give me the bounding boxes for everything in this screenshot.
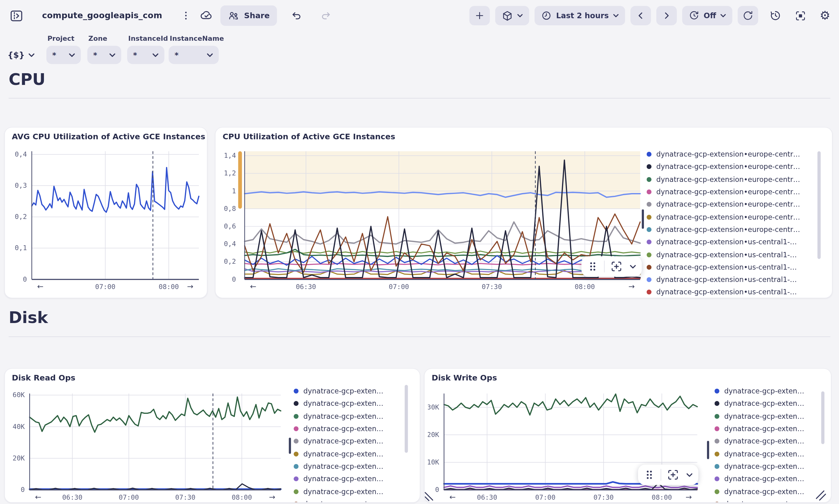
legend-item[interactable]: dynatrace-gcp-extension•europe-centr… <box>647 161 808 173</box>
legend-item[interactable]: dynatrace-gcp-extension•europe-centr… <box>647 173 808 186</box>
legend-item[interactable]: dynatrace-gcp-exten… <box>294 397 401 410</box>
time-range-button[interactable]: Last 2 hours <box>534 6 625 25</box>
legend-item[interactable]: dynatrace-gcp-extension•europe-centr… <box>647 148 808 161</box>
fullscreen-button[interactable] <box>793 8 808 23</box>
legend-item[interactable]: dynatrace-gcp-exten… <box>715 410 820 423</box>
filter-instanceid-dropdown[interactable]: * <box>127 46 164 64</box>
filter-instancename-value: * <box>175 51 179 59</box>
legend-item[interactable]: dynatrace-gcp-exten… <box>715 460 820 473</box>
variables-button[interactable]: {$} <box>7 50 34 59</box>
sidebar-toggle-button[interactable] <box>8 8 24 23</box>
legend-color-dot <box>647 265 652 270</box>
svg-text:07:00: 07:00 <box>389 283 409 291</box>
legend-color-dot <box>715 476 719 482</box>
chevron-down-icon <box>630 264 636 269</box>
more-menu-button[interactable] <box>178 8 193 23</box>
legend-item[interactable]: dynatrace-gcp-extension•europe-centr… <box>647 211 808 223</box>
disk-write-chart[interactable]: 010K20K30K06:3007:0007:3008:00←→ <box>428 391 703 503</box>
legend-color-dot <box>294 389 298 394</box>
share-button[interactable]: Share <box>220 5 277 25</box>
filter-zone-dropdown[interactable]: * <box>87 46 121 64</box>
svg-text:07:00: 07:00 <box>535 493 555 501</box>
legend-label: dynatrace-gcp-exten… <box>303 475 383 483</box>
time-shift-back-button[interactable] <box>630 6 651 25</box>
legend-scrollbar[interactable] <box>821 391 824 444</box>
toolbar-divider <box>604 260 605 272</box>
plot-scroll-indicator[interactable] <box>642 210 644 229</box>
legend-item[interactable]: dynatrace-gcp-exten… <box>715 385 820 397</box>
svg-text:0,2: 0,2 <box>224 257 236 265</box>
settings-button[interactable]: ⚙ <box>817 8 833 23</box>
legend-item[interactable]: dynatrace-gcp-extension•europe-centr… <box>647 223 808 236</box>
legend-item[interactable]: dynatrace-gcp-exten… <box>294 485 401 498</box>
drag-handle[interactable] <box>643 467 656 482</box>
time-shift-forward-button[interactable] <box>656 6 677 25</box>
legend-item[interactable]: dynatrace-gcp-exten… <box>715 422 820 435</box>
disk-read-chart[interactable]: 020K40K60K06:3007:0007:3008:00←→ <box>8 391 286 503</box>
filter-instancename-dropdown[interactable]: * <box>169 46 219 64</box>
sidebar-toggle-icon <box>10 9 23 22</box>
legend-item[interactable]: dynatrace-gcp-extension•europe-centr… <box>647 185 808 198</box>
svg-text:08:00: 08:00 <box>575 283 595 291</box>
legend-scrollbar[interactable] <box>817 151 820 259</box>
legend-label: dynatrace-gcp-exten… <box>724 462 804 470</box>
drag-handle[interactable] <box>586 259 599 274</box>
plot-scroll-indicator[interactable] <box>707 441 709 459</box>
svg-text:0,2: 0,2 <box>15 213 27 220</box>
redo-button[interactable] <box>318 8 333 23</box>
legend-color-dot <box>294 427 298 431</box>
kebab-menu-icon <box>181 10 191 21</box>
legend-item[interactable]: dynatrace-gcp-extension•europe-centr… <box>647 198 808 211</box>
legend-item[interactable]: dynatrace-gcp-extension•us-central1-… <box>647 248 808 261</box>
legend-item[interactable]: dynatrace-gcp-exten… <box>294 460 401 473</box>
reload-button[interactable] <box>738 6 758 25</box>
chevron-down-icon <box>152 53 158 57</box>
legend-item[interactable]: dynatrace-gcp-exten… <box>715 473 820 485</box>
legend-item[interactable]: dynatrace-gcp-exten… <box>715 485 820 498</box>
filter-project-dropdown[interactable]: * <box>46 46 81 64</box>
avg-cpu-chart[interactable]: 00,10,20,30,407:0008:00←→ <box>8 149 204 293</box>
history-button[interactable] <box>768 8 783 23</box>
legend-item[interactable]: dynatrace-gcp-exten… <box>715 397 820 410</box>
chevron-down-icon <box>686 472 692 478</box>
legend-item[interactable]: dynatrace-gcp-extension•us-central1-… <box>647 286 808 298</box>
svg-text:1: 1 <box>232 187 236 195</box>
legend-item[interactable]: dynatrace-gcp-exten… <box>294 410 401 423</box>
legend-item[interactable]: dynatrace-gcp-exten… <box>715 435 820 448</box>
svg-text:0,4: 0,4 <box>15 150 27 158</box>
legend-item[interactable]: dynatrace-gcp-exten… <box>294 473 401 485</box>
resize-grip-right[interactable] <box>815 489 827 501</box>
legend-item[interactable]: dynatrace-gcp-exten… <box>715 448 820 460</box>
legend-item[interactable]: dynatrace-gcp-extension•us-central1-… <box>647 236 808 249</box>
legend-item[interactable]: dynatrace-gcp-exten… <box>294 422 401 435</box>
undo-button[interactable] <box>289 8 304 23</box>
legend-scrollbar[interactable] <box>405 385 408 453</box>
auto-refresh-button[interactable]: Off <box>682 6 732 25</box>
zoom-select-button[interactable] <box>609 259 623 274</box>
toolbar-divider <box>661 469 661 481</box>
legend-color-dot <box>647 227 652 232</box>
toolbar-more-button[interactable] <box>685 467 694 482</box>
chevron-down-icon <box>517 14 523 18</box>
svg-text:06:30: 06:30 <box>62 493 83 501</box>
legend-color-dot <box>647 202 652 207</box>
filter-project-value: * <box>52 51 56 59</box>
plot-scroll-indicator[interactable] <box>289 437 291 454</box>
legend-item[interactable]: dynatrace-gcp-exten… <box>294 448 401 460</box>
resize-grip-left[interactable] <box>424 490 435 502</box>
legend-label: dynatrace-gcp-extension•europe-centr… <box>656 188 800 196</box>
legend-color-dot <box>647 215 652 220</box>
drag-dots-icon <box>646 470 653 480</box>
legend-item[interactable]: dynatrace-gcp-exten <box>294 498 401 502</box>
package-menu-button[interactable] <box>495 6 529 25</box>
legend-item[interactable]: dynatrace-gcp-extension•us-central1-… <box>647 261 808 274</box>
svg-text:30K: 30K <box>428 403 440 411</box>
toolbar-more-button[interactable] <box>628 259 637 274</box>
legend-item[interactable]: dynatrace-gcp-extension•us-central1-… <box>647 273 808 286</box>
legend-item[interactable]: dynatrace-gcp-exten… <box>294 435 401 448</box>
fullscreen-icon <box>794 10 806 21</box>
legend-item[interactable]: dynatrace-gcp-exten <box>715 498 820 502</box>
legend-item[interactable]: dynatrace-gcp-exten… <box>294 385 401 397</box>
add-tile-button[interactable] <box>469 6 490 25</box>
zoom-select-button[interactable] <box>666 467 680 482</box>
